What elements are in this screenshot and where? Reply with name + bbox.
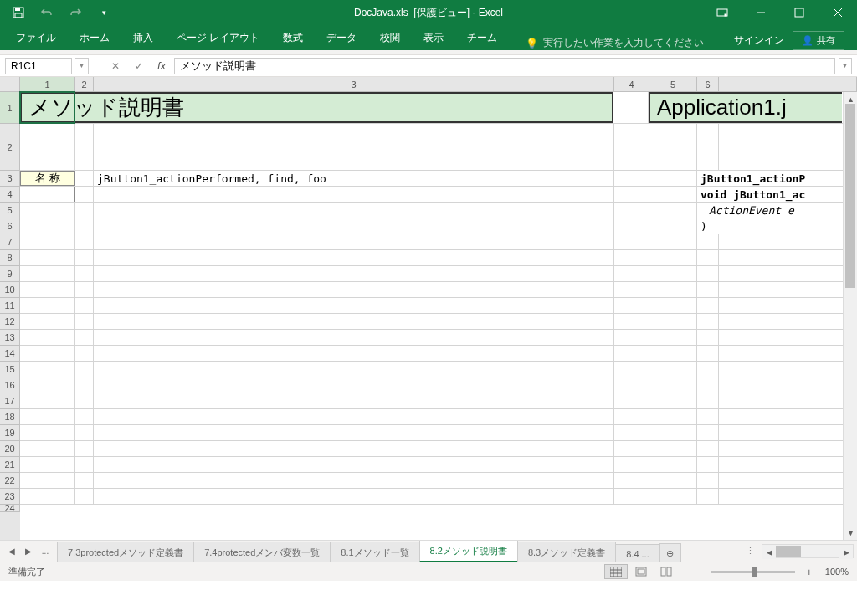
cell[interactable] bbox=[20, 489, 75, 504]
cell[interactable] bbox=[719, 124, 857, 170]
cell[interactable] bbox=[719, 362, 857, 377]
cell[interactable] bbox=[94, 362, 614, 377]
cell[interactable] bbox=[649, 282, 697, 297]
cell[interactable] bbox=[719, 298, 857, 313]
cell[interactable] bbox=[614, 171, 649, 186]
cell[interactable] bbox=[614, 218, 649, 234]
cell[interactable] bbox=[649, 393, 697, 408]
cell[interactable] bbox=[75, 330, 94, 345]
cell[interactable] bbox=[20, 409, 75, 424]
cell[interactable] bbox=[75, 282, 94, 297]
zoom-slider-thumb[interactable] bbox=[752, 567, 757, 577]
cell[interactable] bbox=[20, 314, 75, 329]
cell[interactable] bbox=[719, 377, 857, 393]
view-page-break-button[interactable] bbox=[654, 564, 678, 579]
fx-button[interactable]: fx bbox=[152, 59, 171, 72]
cell[interactable] bbox=[614, 250, 649, 265]
cell[interactable] bbox=[649, 425, 697, 440]
cell[interactable] bbox=[75, 473, 94, 488]
scroll-thumb-vertical[interactable] bbox=[845, 104, 855, 288]
cell[interactable] bbox=[75, 266, 94, 281]
cell[interactable] bbox=[94, 203, 614, 218]
sheet-nav-prev[interactable]: ▶ bbox=[22, 543, 35, 560]
cell[interactable] bbox=[649, 346, 697, 361]
qat-customize-icon[interactable]: ▾ bbox=[94, 3, 114, 23]
redo-icon[interactable] bbox=[65, 3, 85, 23]
tab-formulas[interactable]: 数式 bbox=[271, 26, 315, 50]
row-header-1[interactable]: 1 bbox=[0, 92, 20, 124]
cell[interactable] bbox=[697, 314, 719, 329]
sheet-tab-8-2[interactable]: 8.2メソッド説明書 bbox=[419, 541, 518, 562]
cell[interactable] bbox=[614, 234, 649, 249]
cell[interactable] bbox=[94, 298, 614, 313]
cell-title-method[interactable]: メソッド説明書 bbox=[20, 92, 613, 123]
cell[interactable] bbox=[75, 489, 94, 504]
cell[interactable] bbox=[20, 330, 75, 345]
cell[interactable] bbox=[649, 266, 697, 281]
cell[interactable] bbox=[94, 234, 614, 249]
scroll-left-button[interactable]: ◀ bbox=[762, 545, 776, 559]
cell[interactable] bbox=[614, 282, 649, 297]
sheet-tab-8-1[interactable]: 8.1メソッド一覧 bbox=[330, 542, 419, 562]
cell[interactable] bbox=[75, 441, 94, 456]
cell[interactable] bbox=[614, 457, 649, 472]
name-box[interactable] bbox=[5, 58, 72, 74]
row-header-20[interactable]: 20 bbox=[0, 441, 20, 457]
new-sheet-button[interactable]: ⊕ bbox=[659, 543, 681, 562]
cell[interactable] bbox=[20, 473, 75, 488]
row-header-6[interactable]: 6 bbox=[0, 218, 20, 234]
tab-view[interactable]: 表示 bbox=[412, 26, 455, 50]
close-button[interactable] bbox=[819, 0, 857, 25]
cell[interactable] bbox=[719, 473, 857, 488]
sheet-tab-8-3[interactable]: 8.3メソッド定義書 bbox=[517, 542, 616, 562]
cell[interactable] bbox=[614, 409, 649, 424]
row-header-17[interactable]: 17 bbox=[0, 393, 20, 409]
cell[interactable] bbox=[94, 266, 614, 281]
cell[interactable] bbox=[94, 124, 614, 170]
cell[interactable] bbox=[20, 266, 75, 281]
row-header-21[interactable]: 21 bbox=[0, 457, 20, 473]
cell[interactable] bbox=[697, 409, 719, 424]
cell[interactable] bbox=[649, 330, 697, 345]
cell[interactable] bbox=[75, 393, 94, 408]
cell[interactable] bbox=[649, 218, 697, 234]
cell[interactable] bbox=[94, 409, 614, 424]
undo-icon[interactable] bbox=[37, 3, 57, 23]
tab-file[interactable]: ファイル bbox=[4, 26, 68, 50]
cell[interactable] bbox=[614, 187, 649, 202]
sheet-nav-first[interactable]: ◀ bbox=[5, 543, 18, 560]
formula-expand-button[interactable]: ▼ bbox=[839, 58, 852, 74]
cell[interactable] bbox=[697, 234, 719, 249]
cell[interactable] bbox=[614, 266, 649, 281]
cell[interactable] bbox=[697, 282, 719, 297]
cell[interactable] bbox=[94, 218, 614, 234]
cell[interactable] bbox=[649, 124, 697, 170]
cell[interactable] bbox=[719, 409, 857, 424]
cell-methods-list[interactable]: jButton1_actionPerformed, find, foo bbox=[94, 171, 614, 186]
col-header-1[interactable]: 1 bbox=[20, 77, 75, 91]
cell[interactable] bbox=[697, 441, 719, 456]
cell[interactable] bbox=[75, 234, 94, 249]
cell[interactable] bbox=[94, 473, 614, 488]
cell[interactable] bbox=[20, 234, 75, 249]
cell[interactable] bbox=[20, 393, 75, 408]
row-header-15[interactable]: 15 bbox=[0, 362, 20, 377]
cell[interactable] bbox=[75, 250, 94, 265]
row-header-9[interactable]: 9 bbox=[0, 266, 20, 282]
tab-page-layout[interactable]: ページ レイアウト bbox=[165, 26, 271, 50]
row-header-2[interactable]: 2 bbox=[0, 124, 20, 171]
cell[interactable] bbox=[75, 362, 94, 377]
cell[interactable] bbox=[649, 473, 697, 488]
scroll-thumb-horizontal[interactable] bbox=[776, 546, 801, 557]
cell[interactable] bbox=[75, 409, 94, 424]
view-page-layout-button[interactable] bbox=[629, 564, 653, 579]
name-box-dropdown[interactable]: ▼ bbox=[75, 58, 89, 74]
cell[interactable] bbox=[75, 346, 94, 361]
cell[interactable] bbox=[75, 377, 94, 393]
signin-link[interactable]: サインイン bbox=[734, 33, 784, 48]
cell[interactable] bbox=[75, 171, 94, 186]
row-header-4[interactable]: 4 bbox=[0, 187, 20, 203]
zoom-out-button[interactable]: − bbox=[691, 566, 703, 578]
cell[interactable] bbox=[20, 457, 75, 472]
zoom-in-button[interactable]: + bbox=[803, 566, 815, 578]
